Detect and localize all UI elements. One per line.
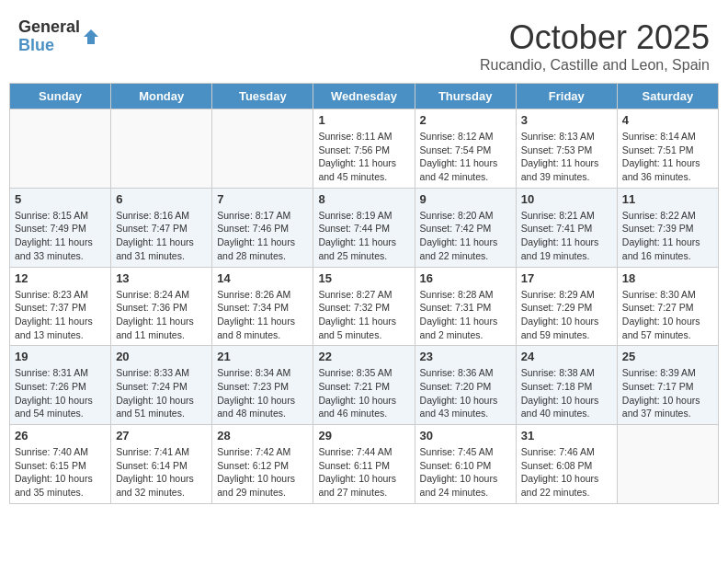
day-number: 12 xyxy=(15,271,106,285)
calendar-cell: 15Sunrise: 8:27 AM Sunset: 7:32 PM Dayli… xyxy=(313,267,415,346)
day-info: Sunrise: 8:29 AM Sunset: 7:29 PM Dayligh… xyxy=(521,288,612,342)
calendar-cell: 4Sunrise: 8:14 AM Sunset: 7:51 PM Daylig… xyxy=(617,109,718,189)
day-number: 28 xyxy=(217,429,308,442)
calendar-cell: 20Sunrise: 8:33 AM Sunset: 7:24 PM Dayli… xyxy=(111,346,212,425)
day-info: Sunrise: 8:36 AM Sunset: 7:20 PM Dayligh… xyxy=(420,366,511,420)
month-title: October 2025 xyxy=(480,18,710,57)
calendar-cell: 24Sunrise: 8:38 AM Sunset: 7:18 PM Dayli… xyxy=(516,346,617,425)
calendar-week-row: 26Sunrise: 7:40 AM Sunset: 6:15 PM Dayli… xyxy=(10,425,719,504)
day-number: 24 xyxy=(521,350,612,363)
day-number: 8 xyxy=(318,192,409,206)
calendar-cell: 12Sunrise: 8:23 AM Sunset: 7:37 PM Dayli… xyxy=(10,267,111,346)
day-info: Sunrise: 7:41 AM Sunset: 6:14 PM Dayligh… xyxy=(116,445,207,500)
day-number: 23 xyxy=(420,350,511,363)
day-info: Sunrise: 8:17 AM Sunset: 7:46 PM Dayligh… xyxy=(217,209,308,263)
calendar-cell: 26Sunrise: 7:40 AM Sunset: 6:15 PM Dayli… xyxy=(10,425,111,504)
day-number: 1 xyxy=(318,113,409,127)
calendar-table: SundayMondayTuesdayWednesdayThursdayFrid… xyxy=(9,83,719,504)
calendar-cell: 3Sunrise: 8:13 AM Sunset: 7:53 PM Daylig… xyxy=(516,109,617,189)
day-number: 30 xyxy=(420,429,511,442)
calendar-cell: 19Sunrise: 8:31 AM Sunset: 7:26 PM Dayli… xyxy=(10,346,111,425)
day-number: 10 xyxy=(521,192,612,206)
weekday-header-monday: Monday xyxy=(111,84,212,109)
calendar-week-row: 19Sunrise: 8:31 AM Sunset: 7:26 PM Dayli… xyxy=(10,346,719,425)
location-subtitle: Rucandio, Castille and Leon, Spain xyxy=(480,57,710,74)
day-number: 29 xyxy=(318,429,409,442)
calendar-cell: 1Sunrise: 8:11 AM Sunset: 7:56 PM Daylig… xyxy=(313,109,415,189)
calendar-cell xyxy=(212,109,313,189)
day-info: Sunrise: 8:31 AM Sunset: 7:26 PM Dayligh… xyxy=(15,366,106,420)
day-info: Sunrise: 7:40 AM Sunset: 6:15 PM Dayligh… xyxy=(15,445,106,500)
calendar-cell: 14Sunrise: 8:26 AM Sunset: 7:34 PM Dayli… xyxy=(212,267,313,346)
day-number: 20 xyxy=(116,350,207,363)
calendar-week-row: 1Sunrise: 8:11 AM Sunset: 7:56 PM Daylig… xyxy=(10,109,719,189)
day-number: 21 xyxy=(217,350,308,363)
day-number: 26 xyxy=(15,429,106,442)
calendar-cell: 31Sunrise: 7:46 AM Sunset: 6:08 PM Dayli… xyxy=(516,425,617,504)
calendar-cell: 28Sunrise: 7:42 AM Sunset: 6:12 PM Dayli… xyxy=(212,425,313,504)
calendar-cell xyxy=(10,109,111,189)
day-info: Sunrise: 7:46 AM Sunset: 6:08 PM Dayligh… xyxy=(521,445,612,500)
calendar-cell: 21Sunrise: 8:34 AM Sunset: 7:23 PM Dayli… xyxy=(212,346,313,425)
logo-icon xyxy=(82,28,100,46)
day-number: 16 xyxy=(420,271,511,285)
day-number: 6 xyxy=(116,192,207,206)
weekday-header-wednesday: Wednesday xyxy=(313,84,415,109)
calendar-cell: 27Sunrise: 7:41 AM Sunset: 6:14 PM Dayli… xyxy=(111,425,212,504)
title-area: October 2025 Rucandio, Castille and Leon… xyxy=(480,18,710,74)
day-number: 31 xyxy=(521,429,612,442)
day-info: Sunrise: 8:14 AM Sunset: 7:51 PM Dayligh… xyxy=(622,130,713,184)
day-info: Sunrise: 8:24 AM Sunset: 7:36 PM Dayligh… xyxy=(116,288,207,342)
day-info: Sunrise: 8:35 AM Sunset: 7:21 PM Dayligh… xyxy=(318,366,409,420)
day-number: 19 xyxy=(15,350,106,363)
day-info: Sunrise: 8:21 AM Sunset: 7:41 PM Dayligh… xyxy=(521,209,612,263)
calendar-cell xyxy=(111,109,212,189)
day-number: 22 xyxy=(318,350,409,363)
day-number: 18 xyxy=(622,271,713,285)
day-info: Sunrise: 7:44 AM Sunset: 6:11 PM Dayligh… xyxy=(318,445,409,500)
calendar-week-row: 5Sunrise: 8:15 AM Sunset: 7:49 PM Daylig… xyxy=(10,188,719,267)
calendar-cell: 9Sunrise: 8:20 AM Sunset: 7:42 PM Daylig… xyxy=(415,188,516,267)
day-info: Sunrise: 8:30 AM Sunset: 7:27 PM Dayligh… xyxy=(622,288,713,342)
day-info: Sunrise: 8:34 AM Sunset: 7:23 PM Dayligh… xyxy=(217,366,308,420)
weekday-header-friday: Friday xyxy=(516,84,617,109)
calendar-cell: 30Sunrise: 7:45 AM Sunset: 6:10 PM Dayli… xyxy=(415,425,516,504)
weekday-header-saturday: Saturday xyxy=(617,84,718,109)
calendar-cell: 10Sunrise: 8:21 AM Sunset: 7:41 PM Dayli… xyxy=(516,188,617,267)
day-number: 5 xyxy=(15,192,106,206)
weekday-header-thursday: Thursday xyxy=(415,84,516,109)
weekday-header-row: SundayMondayTuesdayWednesdayThursdayFrid… xyxy=(10,84,719,109)
calendar-cell: 6Sunrise: 8:16 AM Sunset: 7:47 PM Daylig… xyxy=(111,188,212,267)
svg-marker-0 xyxy=(84,29,98,44)
day-number: 15 xyxy=(318,271,409,285)
calendar-cell: 8Sunrise: 8:19 AM Sunset: 7:44 PM Daylig… xyxy=(313,188,415,267)
day-info: Sunrise: 8:28 AM Sunset: 7:31 PM Dayligh… xyxy=(420,288,511,342)
calendar-cell: 18Sunrise: 8:30 AM Sunset: 7:27 PM Dayli… xyxy=(617,267,718,346)
calendar-cell: 16Sunrise: 8:28 AM Sunset: 7:31 PM Dayli… xyxy=(415,267,516,346)
calendar-week-row: 12Sunrise: 8:23 AM Sunset: 7:37 PM Dayli… xyxy=(10,267,719,346)
day-info: Sunrise: 8:23 AM Sunset: 7:37 PM Dayligh… xyxy=(15,288,106,342)
day-info: Sunrise: 7:45 AM Sunset: 6:10 PM Dayligh… xyxy=(420,445,511,500)
day-info: Sunrise: 8:38 AM Sunset: 7:18 PM Dayligh… xyxy=(521,366,612,420)
day-number: 3 xyxy=(521,113,612,127)
calendar-cell: 13Sunrise: 8:24 AM Sunset: 7:36 PM Dayli… xyxy=(111,267,212,346)
day-info: Sunrise: 8:39 AM Sunset: 7:17 PM Dayligh… xyxy=(622,366,713,420)
logo: General Blue xyxy=(18,18,100,55)
day-info: Sunrise: 8:19 AM Sunset: 7:44 PM Dayligh… xyxy=(318,209,409,263)
day-number: 25 xyxy=(622,350,713,363)
calendar-cell: 2Sunrise: 8:12 AM Sunset: 7:54 PM Daylig… xyxy=(415,109,516,189)
calendar-cell: 22Sunrise: 8:35 AM Sunset: 7:21 PM Dayli… xyxy=(313,346,415,425)
day-number: 11 xyxy=(622,192,713,206)
weekday-header-tuesday: Tuesday xyxy=(212,84,313,109)
day-info: Sunrise: 8:12 AM Sunset: 7:54 PM Dayligh… xyxy=(420,130,511,184)
day-info: Sunrise: 8:11 AM Sunset: 7:56 PM Dayligh… xyxy=(318,130,409,184)
day-info: Sunrise: 8:16 AM Sunset: 7:47 PM Dayligh… xyxy=(116,209,207,263)
day-number: 13 xyxy=(116,271,207,285)
day-number: 27 xyxy=(116,429,207,442)
calendar-cell: 25Sunrise: 8:39 AM Sunset: 7:17 PM Dayli… xyxy=(617,346,718,425)
calendar-cell: 29Sunrise: 7:44 AM Sunset: 6:11 PM Dayli… xyxy=(313,425,415,504)
day-info: Sunrise: 8:20 AM Sunset: 7:42 PM Dayligh… xyxy=(420,209,511,263)
logo-blue-text: Blue xyxy=(18,37,80,55)
day-info: Sunrise: 7:42 AM Sunset: 6:12 PM Dayligh… xyxy=(217,445,308,500)
page-header: General Blue October 2025 Rucandio, Cast… xyxy=(9,9,719,78)
